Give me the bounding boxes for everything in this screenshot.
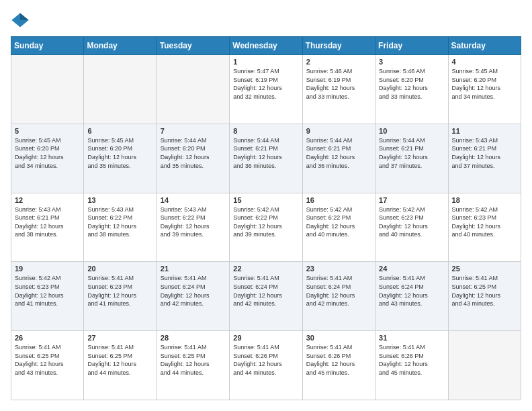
calendar-cell: 14Sunrise: 5:43 AM Sunset: 6:22 PM Dayli… [157,193,229,262]
calendar-cell: 5Sunrise: 5:45 AM Sunset: 6:20 PM Daylig… [11,124,84,193]
calendar-week-row: 1Sunrise: 5:47 AM Sunset: 6:19 PM Daylig… [11,55,521,124]
calendar-cell [84,55,157,124]
day-info: Sunrise: 5:41 AM Sunset: 6:25 PM Dayligh… [15,343,80,377]
day-info: Sunrise: 5:41 AM Sunset: 6:24 PM Dayligh… [379,274,444,308]
calendar-cell: 18Sunrise: 5:42 AM Sunset: 6:23 PM Dayli… [448,193,521,262]
day-number: 9 [306,127,371,135]
day-number: 3 [379,58,444,66]
calendar-week-row: 12Sunrise: 5:43 AM Sunset: 6:21 PM Dayli… [11,193,521,262]
page: SundayMondayTuesdayWednesdayThursdayFrid… [0,0,532,411]
calendar-cell: 21Sunrise: 5:41 AM Sunset: 6:24 PM Dayli… [157,262,229,331]
calendar-cell: 24Sunrise: 5:41 AM Sunset: 6:24 PM Dayli… [375,262,448,331]
day-info: Sunrise: 5:45 AM Sunset: 6:20 PM Dayligh… [452,67,517,101]
calendar-header-cell: Thursday [302,37,375,55]
logo-icon [11,11,30,30]
calendar-week-row: 5Sunrise: 5:45 AM Sunset: 6:20 PM Daylig… [11,124,521,193]
day-number: 2 [306,58,371,66]
day-number: 16 [306,196,371,204]
day-info: Sunrise: 5:41 AM Sunset: 6:26 PM Dayligh… [379,343,444,377]
day-info: Sunrise: 5:43 AM Sunset: 6:21 PM Dayligh… [15,205,80,239]
day-number: 25 [452,265,517,273]
calendar-header-cell: Friday [375,37,448,55]
day-info: Sunrise: 5:44 AM Sunset: 6:21 PM Dayligh… [233,136,298,170]
calendar-cell: 17Sunrise: 5:42 AM Sunset: 6:23 PM Dayli… [375,193,448,262]
day-info: Sunrise: 5:42 AM Sunset: 6:23 PM Dayligh… [379,205,444,239]
day-info: Sunrise: 5:41 AM Sunset: 6:25 PM Dayligh… [161,343,226,377]
day-info: Sunrise: 5:46 AM Sunset: 6:20 PM Dayligh… [379,67,444,101]
calendar-cell: 31Sunrise: 5:41 AM Sunset: 6:26 PM Dayli… [375,331,448,400]
day-info: Sunrise: 5:44 AM Sunset: 6:21 PM Dayligh… [306,136,371,170]
day-number: 19 [15,265,80,273]
day-info: Sunrise: 5:42 AM Sunset: 6:23 PM Dayligh… [452,205,517,239]
calendar-cell: 26Sunrise: 5:41 AM Sunset: 6:25 PM Dayli… [11,331,84,400]
day-info: Sunrise: 5:42 AM Sunset: 6:22 PM Dayligh… [306,205,371,239]
day-info: Sunrise: 5:43 AM Sunset: 6:22 PM Dayligh… [87,205,152,239]
day-number: 27 [87,334,152,342]
day-info: Sunrise: 5:41 AM Sunset: 6:23 PM Dayligh… [87,274,152,308]
day-number: 18 [452,196,517,204]
calendar-header-cell: Monday [84,37,157,55]
calendar-cell: 9Sunrise: 5:44 AM Sunset: 6:21 PM Daylig… [302,124,375,193]
day-info: Sunrise: 5:44 AM Sunset: 6:20 PM Dayligh… [161,136,226,170]
logo [11,11,32,30]
calendar-cell: 1Sunrise: 5:47 AM Sunset: 6:19 PM Daylig… [230,55,302,124]
day-number: 1 [233,58,298,66]
calendar-cell: 19Sunrise: 5:42 AM Sunset: 6:23 PM Dayli… [11,262,84,331]
day-number: 5 [15,127,80,135]
day-info: Sunrise: 5:42 AM Sunset: 6:22 PM Dayligh… [233,205,298,239]
calendar-cell: 30Sunrise: 5:41 AM Sunset: 6:26 PM Dayli… [302,331,375,400]
day-info: Sunrise: 5:41 AM Sunset: 6:24 PM Dayligh… [233,274,298,308]
day-number: 22 [233,265,298,273]
day-info: Sunrise: 5:47 AM Sunset: 6:19 PM Dayligh… [233,67,298,101]
day-info: Sunrise: 5:44 AM Sunset: 6:21 PM Dayligh… [379,136,444,170]
calendar: SundayMondayTuesdayWednesdayThursdayFrid… [11,36,521,400]
day-number: 10 [379,127,444,135]
day-info: Sunrise: 5:45 AM Sunset: 6:20 PM Dayligh… [87,136,152,170]
calendar-cell: 23Sunrise: 5:41 AM Sunset: 6:24 PM Dayli… [302,262,375,331]
day-number: 29 [233,334,298,342]
calendar-cell: 2Sunrise: 5:46 AM Sunset: 6:19 PM Daylig… [302,55,375,124]
calendar-cell [448,331,521,400]
calendar-cell: 10Sunrise: 5:44 AM Sunset: 6:21 PM Dayli… [375,124,448,193]
calendar-cell: 22Sunrise: 5:41 AM Sunset: 6:24 PM Dayli… [230,262,302,331]
day-info: Sunrise: 5:45 AM Sunset: 6:20 PM Dayligh… [15,136,80,170]
svg-marker-1 [20,13,29,21]
day-number: 6 [87,127,152,135]
calendar-header-cell: Wednesday [230,37,302,55]
calendar-cell [11,55,84,124]
calendar-cell: 3Sunrise: 5:46 AM Sunset: 6:20 PM Daylig… [375,55,448,124]
calendar-cell: 11Sunrise: 5:43 AM Sunset: 6:21 PM Dayli… [448,124,521,193]
calendar-cell: 16Sunrise: 5:42 AM Sunset: 6:22 PM Dayli… [302,193,375,262]
day-number: 4 [452,58,517,66]
day-info: Sunrise: 5:46 AM Sunset: 6:19 PM Dayligh… [306,67,371,101]
day-number: 23 [306,265,371,273]
calendar-cell: 27Sunrise: 5:41 AM Sunset: 6:25 PM Dayli… [84,331,157,400]
day-info: Sunrise: 5:43 AM Sunset: 6:22 PM Dayligh… [161,205,226,239]
day-number: 31 [379,334,444,342]
day-info: Sunrise: 5:41 AM Sunset: 6:24 PM Dayligh… [161,274,226,308]
day-number: 8 [233,127,298,135]
day-number: 14 [161,196,226,204]
calendar-cell: 15Sunrise: 5:42 AM Sunset: 6:22 PM Dayli… [230,193,302,262]
calendar-cell: 12Sunrise: 5:43 AM Sunset: 6:21 PM Dayli… [11,193,84,262]
day-info: Sunrise: 5:41 AM Sunset: 6:25 PM Dayligh… [87,343,152,377]
calendar-cell: 20Sunrise: 5:41 AM Sunset: 6:23 PM Dayli… [84,262,157,331]
day-number: 15 [233,196,298,204]
day-number: 13 [87,196,152,204]
day-number: 11 [452,127,517,135]
calendar-header-cell: Saturday [448,37,521,55]
day-info: Sunrise: 5:41 AM Sunset: 6:24 PM Dayligh… [306,274,371,308]
day-number: 12 [15,196,80,204]
calendar-cell [157,55,229,124]
calendar-header-cell: Sunday [11,37,84,55]
day-number: 30 [306,334,371,342]
day-info: Sunrise: 5:43 AM Sunset: 6:21 PM Dayligh… [452,136,517,170]
day-number: 21 [161,265,226,273]
calendar-cell: 13Sunrise: 5:43 AM Sunset: 6:22 PM Dayli… [84,193,157,262]
calendar-cell: 4Sunrise: 5:45 AM Sunset: 6:20 PM Daylig… [448,55,521,124]
calendar-week-row: 26Sunrise: 5:41 AM Sunset: 6:25 PM Dayli… [11,331,521,400]
day-info: Sunrise: 5:41 AM Sunset: 6:26 PM Dayligh… [233,343,298,377]
header [11,11,521,30]
calendar-cell: 6Sunrise: 5:45 AM Sunset: 6:20 PM Daylig… [84,124,157,193]
day-info: Sunrise: 5:42 AM Sunset: 6:23 PM Dayligh… [15,274,80,308]
